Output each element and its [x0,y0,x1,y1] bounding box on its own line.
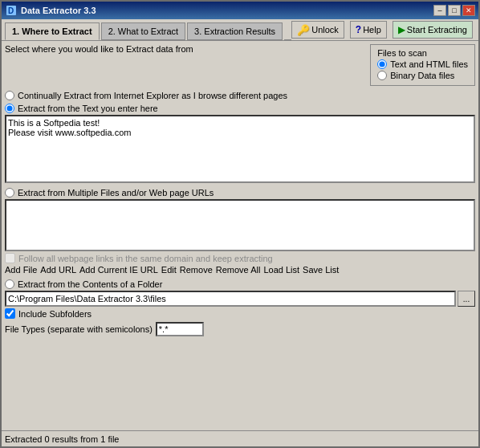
title-bar: D Data Extractor 3.3 – □ ✕ [2,2,478,19]
include-subfolders-label: Include Subfolders [18,309,92,319]
folder-radio-label: Extract from the Contents of a Folder [18,279,162,289]
file-types-input[interactable] [156,322,204,336]
help-button[interactable]: ? Help [350,21,387,39]
folder-path-input[interactable] [5,291,456,307]
save-list-button[interactable]: Save List [303,265,339,275]
text-line1: This is a Softpedia test! [8,118,472,128]
text-line2: Please visit www.softpedia.com [8,128,472,137]
status-bar: Extracted 0 results from 1 file [2,430,478,446]
text-html-radio[interactable] [377,59,387,69]
multifile-radio[interactable] [5,188,14,198]
ie-radio-label: Continually Extract from Internet Explor… [18,91,287,100]
option-folder-row: Extract from the Contents of a Folder [5,279,475,289]
close-button[interactable]: ✕ [462,5,475,16]
binary-label: Binary Data files [390,71,454,80]
select-label: Select where you would like to Extract d… [5,44,193,54]
binary-option: Binary Data files [377,71,468,80]
key-icon: 🔑 [297,24,310,36]
files-to-scan-title: Files to scan [377,48,468,58]
browse-button[interactable]: ... [458,291,475,307]
start-extracting-button[interactable]: ▶ Start Extracting [393,21,473,39]
tab-where[interactable]: 1. Where to Extract [5,22,100,40]
minimize-button[interactable]: – [433,5,446,16]
file-types-label: File Types (separate with semicolons) [5,324,153,334]
main-content: Select where you would like to Extract d… [2,40,478,430]
multifile-radio-label: Extract from Multiple Files and/or Web p… [18,188,214,198]
help-icon: ? [356,24,361,35]
add-file-button[interactable]: Add File [5,265,37,275]
follow-links-checkbox[interactable] [5,253,15,263]
follow-links-row: Follow all webpage links in the same dom… [5,253,475,263]
follow-links-label: Follow all webpage links in the same dom… [18,254,273,263]
text-radio-label: Extract from the Text you enter here [18,104,158,113]
option-text-row: Extract from the Text you enter here [5,104,475,113]
maximize-button[interactable]: □ [448,5,461,16]
main-window: D Data Extractor 3.3 – □ ✕ 1. Where to E… [0,0,480,448]
binary-radio[interactable] [377,71,387,80]
remove-all-button[interactable]: Remove All [216,265,261,275]
multi-file-panel[interactable] [5,199,475,251]
top-row: Select where you would like to Extract d… [5,44,475,86]
file-types-row: File Types (separate with semicolons) [5,322,475,336]
svg-text:D: D [8,6,14,15]
folder-radio[interactable] [5,279,14,289]
add-url-button[interactable]: Add URL [40,265,76,275]
app-icon: D [5,4,18,17]
text-html-label: Text and HTML files [390,59,468,69]
edit-button[interactable]: Edit [161,265,177,275]
file-action-buttons: Add File Add URL Add Current IE URL Edit… [5,265,475,275]
files-to-scan-panel: Files to scan Text and HTML files Binary… [370,44,475,86]
remove-button[interactable]: Remove [180,265,213,275]
option-multifile-row: Extract from Multiple Files and/or Web p… [5,188,475,198]
unlock-button[interactable]: 🔑 Unlock [291,21,344,39]
tab-results[interactable]: 3. Extraction Results [187,22,283,40]
include-subfolders-checkbox[interactable] [5,308,15,319]
include-subfolders-row: Include Subfolders [5,308,475,319]
load-list-button[interactable]: Load List [263,265,299,275]
option-ie-row: Continually Extract from Internet Explor… [5,91,475,100]
window-title: Data Extractor 3.3 [21,6,433,15]
tab-what[interactable]: 2. What to Extract [101,22,185,40]
extract-icon: ▶ [398,24,405,35]
text-html-option: Text and HTML files [377,59,468,69]
folder-path-row: ... [5,291,475,307]
title-bar-buttons: – □ ✕ [433,5,475,16]
text-radio[interactable] [5,104,14,113]
add-ie-url-button[interactable]: Add Current IE URL [79,265,158,275]
text-input-panel[interactable]: This is a Softpedia test! Please visit w… [5,115,475,183]
ie-radio[interactable] [5,91,14,100]
status-text: Extracted 0 results from 1 file [5,434,119,444]
